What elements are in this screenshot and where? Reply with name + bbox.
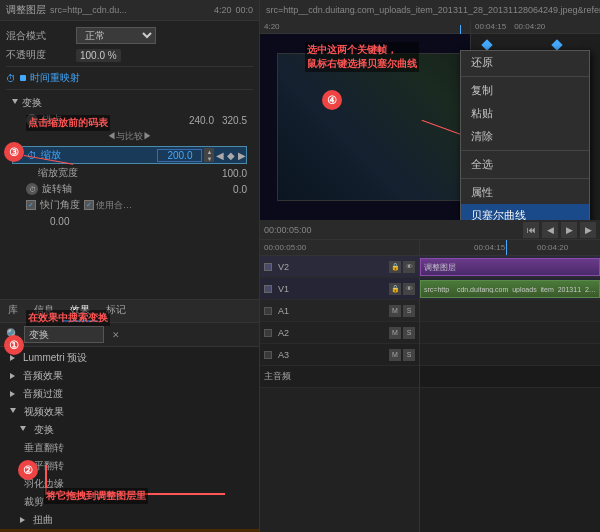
tc-mark-2: 00:04:20 xyxy=(537,243,568,252)
tab-library[interactable]: 库 xyxy=(0,300,26,322)
a3-controls: M S xyxy=(389,349,415,361)
v2-eye[interactable]: 👁 xyxy=(403,261,415,273)
scale-width-value[interactable]: 100.0 xyxy=(222,168,247,179)
scale-up-arrow[interactable]: ▲ xyxy=(204,148,214,155)
category-audio-transitions[interactable]: 音频过渡 xyxy=(0,385,259,403)
scale-value[interactable]: 200.0 xyxy=(157,149,202,162)
v1-lock[interactable]: 🔒 xyxy=(389,283,401,295)
a2-s[interactable]: S xyxy=(403,327,415,339)
track-label-master: 主音频 xyxy=(260,366,419,388)
keyframe-nav[interactable]: ◀ ◆ ▶ xyxy=(216,150,246,161)
video-effects-label: 视频效果 xyxy=(24,405,64,419)
annotation-circle-2: ② xyxy=(18,460,38,480)
anchor-y[interactable]: 320.5 xyxy=(222,115,247,126)
a1-s[interactable]: S xyxy=(403,305,415,317)
timeline-timecode: 00:00:05:00 xyxy=(264,225,312,235)
time-remap-row: ⏱ 时间重映射 xyxy=(6,69,253,87)
effect-vflip[interactable]: 垂直翻转 xyxy=(0,439,259,457)
menu-sep-2 xyxy=(461,150,589,151)
content-playhead xyxy=(506,240,507,255)
track-labels: 00:00:05:00 V2 🔒 👁 V1 xyxy=(260,240,420,532)
shutter-value[interactable]: 0.00 xyxy=(50,216,69,227)
category-transform[interactable]: 变换 xyxy=(0,421,259,439)
opacity-row: 不透明度 100.0 % xyxy=(6,46,253,64)
category-lummetri[interactable]: Lummetri 预设 xyxy=(0,349,259,367)
a1-m[interactable]: M xyxy=(389,305,401,317)
clip-main-video[interactable]: src=http__cdn.duitang.com_uploads_item_2… xyxy=(420,280,600,298)
a2-visibility[interactable] xyxy=(264,329,272,337)
btn-prev-frame[interactable]: ◀ xyxy=(542,222,558,238)
keyframe-indicator xyxy=(20,75,26,81)
menu-delete[interactable]: 清除 xyxy=(461,125,589,148)
annotation-circle-1: ① xyxy=(4,335,24,355)
btn-rewind[interactable]: ⏮ xyxy=(523,222,539,238)
opacity-value[interactable]: 100.0 % xyxy=(76,49,121,62)
track-content-master xyxy=(420,366,600,388)
keyframe-diamond-2[interactable] xyxy=(551,39,562,50)
expand-icon xyxy=(12,99,18,107)
expand-video xyxy=(10,408,16,416)
menu-sep-3 xyxy=(461,178,589,179)
anchor-x[interactable]: 240.0 xyxy=(189,115,214,126)
expand-audio xyxy=(10,373,15,379)
a1-visibility[interactable] xyxy=(264,307,272,315)
left-panel: 调整图层 src=http__cdn.du... 4:20 00:0 混合模式 … xyxy=(0,0,260,532)
a2-m[interactable]: M xyxy=(389,327,401,339)
v2-visibility[interactable] xyxy=(264,263,272,271)
transform-header[interactable]: 变换 xyxy=(12,94,247,112)
menu-copy[interactable]: 复制 xyxy=(461,79,589,102)
shutter-value-row: 0.00 xyxy=(12,213,247,229)
track-content-a2 xyxy=(420,322,600,344)
scale-down-arrow[interactable]: ▼ xyxy=(204,155,214,162)
effect-controls-header: 调整图层 src=http__cdn.du... 4:20 00:0 xyxy=(0,0,259,21)
effects-search-input[interactable] xyxy=(24,326,104,343)
use-checkbox[interactable] xyxy=(84,200,94,210)
keyframe-diamond-1[interactable] xyxy=(481,39,492,50)
a3-m[interactable]: M xyxy=(389,349,401,361)
a3-visibility[interactable] xyxy=(264,351,272,359)
clear-search-icon[interactable]: ✕ xyxy=(112,330,120,340)
menu-undo[interactable]: 还原 xyxy=(461,51,589,74)
lummetri-label: Lummetri 预设 xyxy=(23,351,87,365)
category-audio-effects[interactable]: 音频效果 xyxy=(0,367,259,385)
panel-title: 调整图层 xyxy=(6,3,46,17)
effect-tree: Lummetri 预设 音频效果 音频过渡 视频效果 变换 xyxy=(0,347,259,532)
btn-play[interactable]: ▶ xyxy=(561,222,577,238)
category-video-effects[interactable]: 视频效果 xyxy=(0,403,259,421)
blend-mode-row: 混合模式 正常 xyxy=(6,25,253,46)
kf-header: 00:04:15 00:04:20 xyxy=(471,20,600,34)
effect-hflip[interactable]: 水平翻转 xyxy=(0,457,259,475)
v1-eye[interactable]: 👁 xyxy=(403,283,415,295)
menu-paste[interactable]: 粘贴 xyxy=(461,102,589,125)
v1-visibility[interactable] xyxy=(264,285,272,293)
menu-select-all[interactable]: 全选 xyxy=(461,153,589,176)
rotation-value[interactable]: 0.0 xyxy=(233,184,247,195)
v1-controls: 🔒 👁 xyxy=(389,283,415,295)
menu-bezier[interactable]: 贝塞尔曲线 xyxy=(461,204,589,220)
timeline-panel: 00:00:05:00 ⏮ ◀ ▶ ▶ 00:00:05:00 xyxy=(260,220,600,532)
expand-audio-trans xyxy=(10,391,15,397)
clip-adjustment-layer[interactable]: 调整图层 xyxy=(420,258,600,276)
category-distort[interactable]: 扭曲 xyxy=(0,511,259,529)
expand-lummetri xyxy=(10,355,15,361)
use-label: 使用合… xyxy=(96,199,132,212)
a3-s[interactable]: S xyxy=(403,349,415,361)
audio-transitions-label: 音频过渡 xyxy=(23,387,63,401)
scale-label: 缩放 xyxy=(41,148,157,162)
content-timecode: 00:04:15 00:04:20 xyxy=(420,240,600,256)
v2-lock[interactable]: 🔒 xyxy=(389,261,401,273)
blend-mode-select[interactable]: 正常 xyxy=(76,27,156,44)
blend-mode-label: 混合模式 xyxy=(6,29,76,43)
track-content-v1: src=http__cdn.duitang.com_uploads_item_2… xyxy=(420,278,600,300)
rotation-icon: ⏱ xyxy=(26,183,38,195)
track-label-a3: A3 M S xyxy=(260,344,419,366)
shutter-checkbox[interactable] xyxy=(26,200,36,210)
scale-row[interactable]: ⏱ 缩放 200.0 ▲ ▼ ◀ ◆ ▶ xyxy=(12,146,247,164)
tc-start: 4:20 xyxy=(264,22,280,31)
track-label-v1: V1 🔒 👁 xyxy=(260,278,419,300)
timeline-controls: ⏮ ◀ ▶ ▶ xyxy=(523,222,596,238)
track-content-v2: 调整图层 xyxy=(420,256,600,278)
menu-properties[interactable]: 属性 xyxy=(461,181,589,204)
btn-next-frame[interactable]: ▶ xyxy=(580,222,596,238)
main-container: 调整图层 src=http__cdn.du... 4:20 00:0 混合模式 … xyxy=(0,0,600,532)
